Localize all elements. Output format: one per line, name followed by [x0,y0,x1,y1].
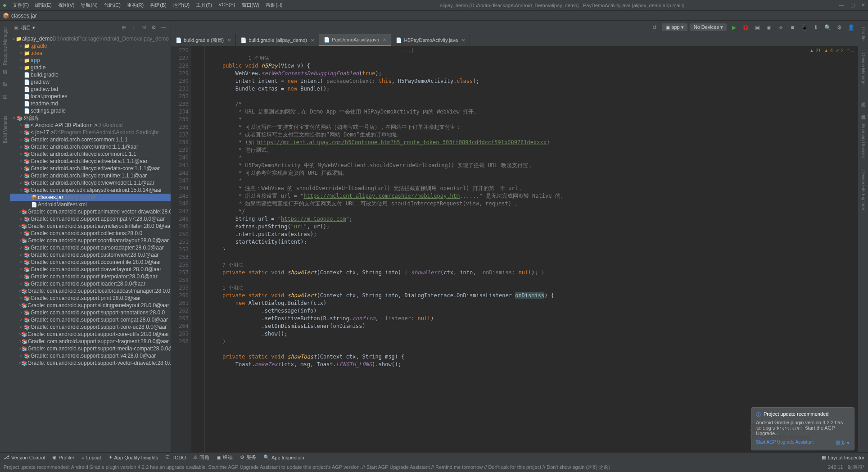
menu-item[interactable]: 编辑(E) [32,1,54,9]
chevron-icon[interactable]: > [19,181,23,185]
editor-tab[interactable]: 📄PayDemoActivity.java✕ [319,34,392,46]
target-icon[interactable]: ⊕ [120,24,127,31]
code-editor[interactable]: ...} 1 个用法 public void h5Pay(View v) { W… [205,46,858,452]
weak-warnings-count[interactable]: ▲ 4 [824,48,833,54]
fold-gutter[interactable] [191,46,205,452]
expand-icon[interactable]: ↕ [130,24,137,31]
tree-item[interactable]: >📚Gradle: com.android.support:drawerlayo… [10,266,171,273]
stop-icon[interactable]: ■ [788,24,797,31]
chevron-icon[interactable]: > [26,195,31,200]
gear-icon[interactable]: ⚙ [150,24,157,31]
tool-tab[interactable]: Device File Explorer [861,168,866,212]
menu-item[interactable]: 重构(R) [124,1,146,9]
tree-item[interactable]: >📚Gradle: com.android.support:customview… [10,251,171,259]
tree-item[interactable]: >📚Gradle: com.android.support:support-an… [10,309,171,316]
tree-item[interactable]: >📚Gradle: com.android.support:support-co… [10,331,171,338]
tree-item[interactable]: 📄settings.gradle [10,107,171,114]
tree-item[interactable]: >📚Gradle: com.android.support:support-ve… [10,359,171,367]
tool-tab[interactable]: Gradle [861,25,866,42]
indent-setting[interactable]: 制表符* [848,464,864,471]
tree-item[interactable]: ∨📚外部库 [10,114,171,122]
tree-item[interactable]: >📚Gradle: com.android.support:support-me… [10,345,171,352]
tree-item[interactable]: >📚Gradle: com.android.support:coordinato… [10,237,171,244]
chevron-icon[interactable]: > [19,130,23,135]
account-icon[interactable]: 👤 [846,24,855,31]
chevron-icon[interactable]: > [19,65,23,70]
tree-item[interactable]: >📚Gradle: com.android.support:localbroad… [10,287,171,295]
bottom-tool-item[interactable]: ⚙服务 [240,454,256,461]
tree-item[interactable]: >📚Gradle: com.android.support:collection… [10,230,171,237]
sync-icon[interactable]: ↺ [650,24,659,31]
tree-item[interactable]: ∨📁alipay_demo D:\AndroidPackage\Android_… [10,35,171,42]
tree-item[interactable]: >📚Gradle: com.android.support:loader:28.… [10,280,171,287]
close-icon[interactable]: ✕ [861,2,865,8]
project-tree[interactable]: ∨📁alipay_demo D:\AndroidPackage\Android_… [10,34,171,452]
bottom-tool-item[interactable]: ≡Logcat [81,455,101,460]
ok-count[interactable]: ✓ 2 [836,48,844,54]
tree-item[interactable]: >📚Gradle: com.android.support:appcompat-… [10,215,171,222]
chevron-icon[interactable]: > [19,274,23,279]
tree-item[interactable]: >📚Gradle: com.android.support:interpolat… [10,273,171,280]
tree-item[interactable]: 📄gradlew [10,78,171,86]
tree-item[interactable]: >📚Gradle: com.android.support:support-co… [10,323,171,331]
chevron-icon[interactable]: > [19,231,23,236]
tree-item[interactable]: >📚Gradle: com.android.support:asynclayou… [10,222,171,230]
debug-icon[interactable]: 🐞 [741,24,750,31]
tree-item[interactable]: >📚Gradle: com.android.support:support-fr… [10,338,171,345]
module-selector[interactable]: ▣ app ▾ [662,23,687,31]
tree-item[interactable]: >📚Gradle: android.arch.lifecycle:common:… [10,150,171,158]
bottom-tool-item[interactable]: ⚠问题 [193,454,209,461]
tool-tab[interactable]: 结构 [2,89,8,92]
bottom-tool-item[interactable]: ⎇Version Control [4,454,45,460]
tree-item[interactable]: >📁.gradle [10,42,171,50]
chevron-icon[interactable]: ∨ [12,36,16,41]
notification-action-more[interactable]: 更多 ▾ [836,440,850,446]
editor-tab[interactable]: 📄H5PayDemoActivity.java✕ [391,34,470,46]
chevron-icon[interactable]: > [19,137,23,142]
chevron-icon[interactable]: ∨ [19,188,23,192]
warnings-count[interactable]: ▲ 21 [809,48,821,54]
tree-item[interactable]: >🤖< Android API 30 Platform > D:\Android [10,122,171,129]
menu-item[interactable]: 导航(N) [78,1,100,9]
menu-item[interactable]: VCS(S) [216,1,238,9]
tree-item[interactable]: >📚Gradle: com.android.support:support-v4… [10,352,171,359]
notification-popup[interactable]: ⓘProject update recommended Android Grad… [751,407,854,450]
inspections-widget[interactable]: ▲ 21 ▲ 4 ✓ 2 ⌃⌄ [809,48,854,54]
menu-item[interactable]: 视图(V) [55,1,77,9]
tree-item[interactable]: >📁.idea [10,50,171,57]
tree-item[interactable]: >📚Gradle: android.arch.lifecycle:runtime… [10,172,171,179]
bottom-tool-item[interactable]: 🔍App Inspection [263,454,304,460]
hide-icon[interactable]: — [160,24,167,31]
tree-item[interactable]: 📄gradlew.bat [10,86,171,93]
bottom-tool-item[interactable]: ▣终端 [217,454,233,461]
chevron-icon[interactable]: ∨ [12,116,16,120]
tree-item[interactable]: ∨📚Gradle: com.alipay.sdk:alipaysdk-andro… [10,186,171,194]
chevron-icon[interactable]: > [19,354,23,358]
chevron-icon[interactable]: > [19,58,23,63]
chevron-icon[interactable]: > [19,44,23,48]
tree-item[interactable]: >📚< jbr-17 > D:\Program Files\Android\An… [10,129,171,136]
settings-icon[interactable]: ⚙ [835,24,844,31]
menu-item[interactable]: 工具(T) [193,1,215,9]
close-icon[interactable]: ✕ [227,38,231,43]
tool-tab[interactable]: 通知 [860,97,866,100]
close-icon[interactable]: ✕ [311,38,314,43]
tree-item[interactable]: >📁gradle [10,64,171,71]
menu-item[interactable]: 构建(B) [147,1,169,9]
tree-item[interactable]: >📚Gradle: com.android.support:print:28.0… [10,295,171,302]
chevron-icon[interactable]: > [19,260,23,264]
tree-item[interactable]: >📚Gradle: com.android.support:animated-v… [10,208,171,215]
tree-item[interactable]: 📄build.gradle [10,71,171,78]
close-icon[interactable]: ✕ [461,38,465,43]
tree-item[interactable]: >📚Gradle: com.android.support:cursoradap… [10,244,171,251]
search-icon[interactable]: 🔍 [823,24,832,31]
tool-tab[interactable]: Device Manager [861,51,866,88]
chevron-icon[interactable]: > [19,51,23,55]
chevron-up-down-icon[interactable]: ⌃⌄ [846,48,854,54]
notification-action-start[interactable]: Start AGP Upgrade Assistant [756,440,814,446]
tree-item[interactable]: 📄AndroidManifest.xml [10,201,171,208]
chevron-icon[interactable]: > [19,325,23,329]
profiler-icon[interactable]: ◉ [764,24,773,31]
tree-item[interactable]: >📚Gradle: android.arch.lifecycle:livedat… [10,158,171,165]
avd-icon[interactable]: 📱 [800,24,809,31]
